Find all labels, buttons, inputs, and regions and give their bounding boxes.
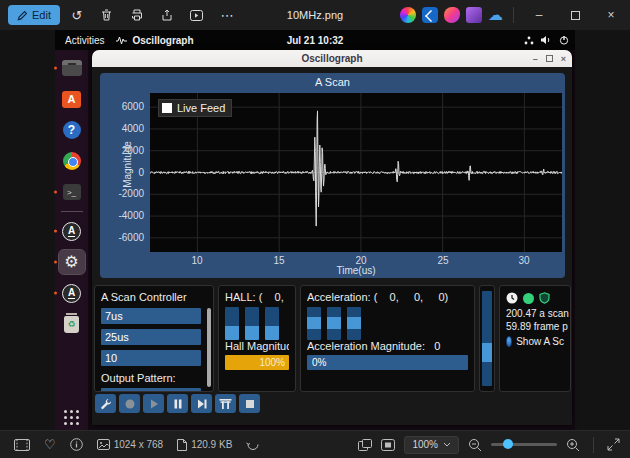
files-icon: [62, 60, 82, 76]
minimize-button[interactable]: –: [524, 0, 554, 30]
acceleration-bar: [347, 307, 361, 340]
print-button[interactable]: [124, 4, 150, 26]
dock-item-app-a-1[interactable]: A: [59, 219, 85, 243]
share-button[interactable]: [154, 4, 180, 26]
help-icon: ?: [63, 121, 81, 139]
rotate-button[interactable]: ↺: [64, 4, 90, 26]
live-feed-label: Live Feed: [177, 102, 225, 114]
running-indicator: [54, 191, 57, 194]
osc-minimize-button[interactable]: –: [533, 54, 538, 64]
maximize-button[interactable]: [560, 0, 590, 30]
gallery-app-icon[interactable]: [466, 7, 482, 23]
wrench-button[interactable]: [95, 394, 116, 413]
fullscreen-icon[interactable]: [607, 438, 620, 451]
y-tick-label: -2000: [100, 188, 144, 199]
acceleration-magnitude-meter: 0%: [307, 355, 468, 370]
more-button[interactable]: ⋯: [214, 4, 240, 26]
power-icon[interactable]: [559, 35, 569, 45]
clock[interactable]: Jul 21 10:32: [287, 35, 344, 46]
dock-item-app-grid[interactable]: [59, 406, 85, 430]
stop-button[interactable]: [239, 394, 260, 413]
focused-app-menu[interactable]: Oscillograph: [116, 35, 193, 46]
scan-rate-text: 200.47 a scan p: [506, 307, 564, 320]
acceleration-bar: [327, 307, 341, 340]
fit-to-window-icon[interactable]: [381, 439, 395, 451]
record-button[interactable]: [119, 394, 140, 413]
desktop: Oscillograph – × A Scan Magnitude: [88, 50, 575, 430]
pause-button[interactable]: [167, 394, 188, 413]
paint3d-icon[interactable]: [444, 7, 460, 23]
hall-magnitude-meter: 100%: [225, 355, 289, 370]
delete-button[interactable]: [94, 4, 120, 26]
skip-next-icon: [196, 398, 208, 410]
gain-input[interactable]: 10: [101, 350, 201, 366]
app-grid-icon: [64, 410, 80, 426]
multiview-icon[interactable]: [358, 439, 372, 451]
dock-item-chrome[interactable]: [59, 149, 85, 173]
filmstrip-icon[interactable]: [14, 439, 30, 451]
acceleration-bar: [307, 307, 321, 340]
hall-bar: [245, 307, 259, 340]
focused-app-label: Oscillograph: [132, 35, 193, 46]
color-wheel-icon[interactable]: [400, 7, 416, 23]
transport-toolbar: [95, 394, 260, 413]
x-tick-label: 10: [182, 255, 212, 266]
show-a-scan-toggle[interactable]: Show A Sc: [506, 335, 564, 348]
edit-button[interactable]: Edit: [8, 5, 60, 25]
dock-item-settings[interactable]: ⚙: [59, 250, 85, 274]
zoom-in-icon[interactable]: [566, 438, 580, 452]
favorite-button[interactable]: ♡: [44, 437, 56, 452]
osc-restore-button[interactable]: [546, 55, 553, 62]
image-viewer-canvas: Activities Oscillograph Jul 21 10:32 A ?: [0, 30, 630, 430]
level-bar-panel: [479, 285, 495, 392]
dock-item-ubuntu-software[interactable]: A: [59, 87, 85, 111]
gate-button[interactable]: [215, 394, 236, 413]
osc-close-button[interactable]: ×: [561, 54, 566, 64]
photos-titlebar: Edit ↺ ⋯ 10MHz.png ☁ –: [0, 0, 630, 30]
close-button[interactable]: ×: [596, 0, 626, 30]
network-icon[interactable]: [524, 36, 534, 45]
filename-title: 10MHz.png: [287, 9, 343, 21]
dock-item-app-a-2[interactable]: A: [59, 281, 85, 305]
dock-item-terminal[interactable]: >_: [59, 180, 85, 204]
refresh-icon[interactable]: [246, 438, 260, 451]
checkbox-icon: [162, 103, 172, 113]
y-tick-label: 0: [100, 167, 144, 178]
acceleration-magnitude-label: Acceleration Magnitude: 0: [307, 340, 468, 352]
pause-icon: [172, 398, 184, 410]
y-tick-label: 2000: [100, 145, 144, 156]
skip-next-button[interactable]: [191, 394, 212, 413]
live-feed-checkbox[interactable]: Live Feed: [158, 99, 232, 117]
onedrive-cloud-icon[interactable]: ☁: [488, 7, 503, 23]
pulse-width-input[interactable]: 7us: [101, 308, 201, 324]
zoom-level-dropdown[interactable]: 100%: [404, 436, 459, 454]
slideshow-button[interactable]: [184, 4, 210, 26]
running-indicator: [54, 261, 57, 264]
panel-scrollbar[interactable]: [207, 308, 211, 387]
zoom-level-value: 100%: [412, 439, 438, 450]
dock-item-files[interactable]: [59, 56, 85, 80]
volume-icon[interactable]: [541, 35, 552, 45]
output-pattern-input[interactable]: [101, 388, 201, 392]
hall-bar: [225, 307, 239, 340]
gear-icon: ⚙: [64, 254, 78, 270]
show-a-scan-label: Show A Sc: [516, 335, 564, 348]
zoom-slider[interactable]: [491, 443, 557, 446]
activities-button[interactable]: Activities: [55, 35, 116, 46]
zoom-out-icon[interactable]: [468, 438, 482, 452]
zoom-slider-thumb[interactable]: [503, 439, 513, 449]
photos-editor-icon[interactable]: [422, 7, 438, 23]
info-icon[interactable]: [70, 438, 83, 451]
dock-item-trash[interactable]: ♻: [59, 312, 85, 336]
dock-item-help[interactable]: ?: [59, 118, 85, 142]
hall-panel: HALL: ( 0, Hall Magnitude: 100%: [218, 285, 296, 392]
stop-icon: [244, 398, 256, 410]
play-button[interactable]: [143, 394, 164, 413]
file-icon: [177, 439, 187, 451]
oscillograph-titlebar[interactable]: Oscillograph – ×: [92, 50, 572, 67]
output-pattern-label: Output Pattern:: [101, 372, 207, 384]
pulse-icon: [116, 36, 127, 45]
statusbar-separator: [593, 437, 594, 453]
y-tick-label: 6000: [100, 101, 144, 112]
window-input[interactable]: 25us: [101, 329, 201, 345]
